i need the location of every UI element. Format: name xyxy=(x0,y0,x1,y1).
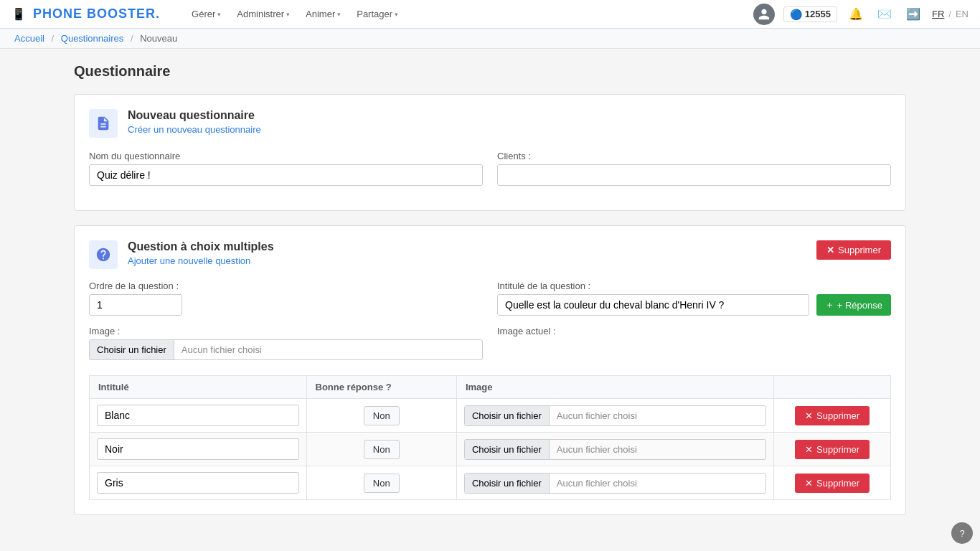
row2-supprimer-label: Supprimer xyxy=(816,444,859,455)
navbar-left: 📱 PHONE BOOSTER. Gérer ▾ Administrer ▾ A… xyxy=(11,6,405,22)
row1-supprimer-button[interactable]: ✕ Supprimer xyxy=(795,406,870,425)
navbar-right: 🔵 12555 🔔 ✉️ ➡️ FR / EN xyxy=(753,4,969,25)
clients-input[interactable] xyxy=(497,164,891,186)
row2-file-btn[interactable]: Choisir un fichier xyxy=(465,440,550,459)
intitule-input[interactable] xyxy=(497,294,809,316)
row3-supprimer-button[interactable]: ✕ Supprimer xyxy=(795,474,870,493)
row1-file-input: Choisir un fichier Aucun fichier choisi xyxy=(464,405,766,426)
row3-bonne-cell: Non xyxy=(306,466,456,500)
nom-label: Nom du questionnaire xyxy=(89,151,483,161)
ordre-intitule-section: Ordre de la question : Intitulé de la qu… xyxy=(89,281,891,364)
lang-en[interactable]: EN xyxy=(956,9,969,19)
table-body: Blanc Non Choisir un fichier Aucun fichi… xyxy=(90,399,891,500)
row3-file-placeholder: Aucun fichier choisi xyxy=(550,474,765,493)
answers-table: Intitulé Bonne réponse ? Image Blanc Non xyxy=(89,375,891,500)
row2-x-icon: ✕ xyxy=(805,444,813,455)
logout-icon[interactable]: ➡️ xyxy=(903,6,923,22)
ordre-input[interactable] xyxy=(89,294,182,316)
th-bonne-reponse: Bonne réponse ? xyxy=(306,376,456,399)
creer-link[interactable]: Créer un nouveau questionnaire xyxy=(128,124,261,135)
row1-image-cell: Choisir un fichier Aucun fichier choisi xyxy=(456,399,773,433)
question-title-group: Question à choix multiples Ajouter une n… xyxy=(128,240,274,266)
row3-image-cell: Choisir un fichier Aucun fichier choisi xyxy=(456,466,773,500)
clients-label: Clients : xyxy=(497,151,891,161)
questionnaire-icon xyxy=(95,116,111,131)
breadcrumb-questionnaires[interactable]: Questionnaires xyxy=(61,33,123,44)
ajouter-question-link[interactable]: Ajouter une nouvelle question xyxy=(128,255,250,266)
clients-group: Clients : xyxy=(497,151,891,186)
row3-action-cell: ✕ Supprimer xyxy=(774,466,891,500)
row1-file-placeholder: Aucun fichier choisi xyxy=(550,406,765,425)
breadcrumb-sep-2: / xyxy=(131,33,133,44)
supprimer-x-icon: ✕ xyxy=(826,245,834,255)
nom-input[interactable] xyxy=(89,164,483,186)
user-avatar[interactable] xyxy=(753,4,775,25)
lang-fr[interactable]: FR xyxy=(932,9,944,19)
table-row: Gris Non Choisir un fichier Aucun fichie… xyxy=(90,466,891,500)
nav-gerer[interactable]: Gérer ▾ xyxy=(184,6,228,22)
lang-section: FR / EN xyxy=(932,9,969,19)
row1-non-button[interactable]: Non xyxy=(364,406,400,425)
card-header-nouveau: Nouveau questionnaire Créer un nouveau q… xyxy=(89,109,891,138)
image-row: Image : Choisir un fichier Aucun fichier… xyxy=(89,326,891,364)
row2-action-cell: ✕ Supprimer xyxy=(774,433,891,466)
question-title: Question à choix multiples xyxy=(128,240,274,253)
nav-administrer-caret: ▾ xyxy=(286,11,290,18)
nav-menu: Gérer ▾ Administrer ▾ Animer ▾ Partager … xyxy=(184,6,405,22)
lang-sep: / xyxy=(948,9,951,19)
messages-icon[interactable]: ✉️ xyxy=(875,6,895,22)
nav-animer-caret: ▾ xyxy=(337,11,341,18)
intitule-input-row: ＋ + Réponse xyxy=(497,294,891,316)
breadcrumb-sep-1: / xyxy=(52,33,55,44)
row1-intitule-input[interactable]: Blanc xyxy=(97,405,299,426)
ordre-intitule-row: Ordre de la question : Intitulé de la qu… xyxy=(89,281,891,316)
nav-animer[interactable]: Animer ▾ xyxy=(298,6,348,22)
main-content: Questionnaire Nouveau questionnaire Crée… xyxy=(60,49,920,544)
row2-intitule-input[interactable]: Noir xyxy=(97,438,299,460)
nav-animer-label: Animer xyxy=(306,9,335,19)
row2-non-button[interactable]: Non xyxy=(364,440,400,459)
th-intitule: Intitulé xyxy=(90,376,307,399)
image-actuel-display xyxy=(497,339,891,364)
watermark-icon[interactable]: ? xyxy=(951,522,973,544)
nav-partager[interactable]: Partager ▾ xyxy=(349,6,405,22)
row3-intitule-input[interactable]: Gris xyxy=(97,472,299,494)
reponse-label: + Réponse xyxy=(837,300,882,311)
breadcrumb-accueil[interactable]: Accueil xyxy=(14,33,44,44)
image-file-btn[interactable]: Choisir un fichier xyxy=(90,340,174,359)
plus-icon: ＋ xyxy=(825,298,834,311)
image-file-input: Choisir un fichier Aucun fichier choisi xyxy=(89,339,483,360)
nav-partager-label: Partager xyxy=(357,9,392,19)
question-header-row: Question à choix multiples Ajouter une n… xyxy=(89,240,891,269)
breadcrumb: Accueil / Questionnaires / Nouveau xyxy=(0,29,980,49)
row2-supprimer-button[interactable]: ✕ Supprimer xyxy=(795,440,870,459)
row1-supprimer-label: Supprimer xyxy=(816,410,859,421)
reponse-button[interactable]: ＋ + Réponse xyxy=(816,294,891,316)
notifications-icon[interactable]: 🔔 xyxy=(846,6,866,22)
image-group: Image : Choisir un fichier Aucun fichier… xyxy=(89,326,483,364)
image-file-placeholder: Aucun fichier choisi xyxy=(174,340,482,359)
points-badge: 🔵 12555 xyxy=(783,6,837,22)
table-header-row: Intitulé Bonne réponse ? Image xyxy=(90,376,891,399)
table-row: Noir Non Choisir un fichier Aucun fichie… xyxy=(90,433,891,466)
row2-intitule-cell: Noir xyxy=(90,433,307,466)
card-title-group: Nouveau questionnaire Créer un nouveau q… xyxy=(128,109,261,135)
th-action xyxy=(774,376,891,399)
question-card-header: Question à choix multiples Ajouter une n… xyxy=(89,240,274,269)
row2-image-cell: Choisir un fichier Aucun fichier choisi xyxy=(456,433,773,466)
th-image: Image xyxy=(456,376,773,399)
supprimer-label: Supprimer xyxy=(838,245,881,255)
nav-partager-caret: ▾ xyxy=(395,11,398,18)
row2-file-placeholder: Aucun fichier choisi xyxy=(550,440,765,459)
row1-file-btn[interactable]: Choisir un fichier xyxy=(465,406,550,425)
user-icon xyxy=(758,8,771,21)
row1-bonne-cell: Non xyxy=(306,399,456,433)
nav-administrer[interactable]: Administrer ▾ xyxy=(230,6,297,22)
phone-icon: 📱 xyxy=(11,8,27,20)
supprimer-question-button[interactable]: ✕ Supprimer xyxy=(816,240,891,260)
nav-gerer-label: Gérer xyxy=(192,9,215,19)
question-subtitle: Ajouter une nouvelle question xyxy=(128,255,274,266)
nav-gerer-caret: ▾ xyxy=(217,11,221,18)
row3-non-button[interactable]: Non xyxy=(364,474,400,493)
row3-file-btn[interactable]: Choisir un fichier xyxy=(465,474,550,493)
